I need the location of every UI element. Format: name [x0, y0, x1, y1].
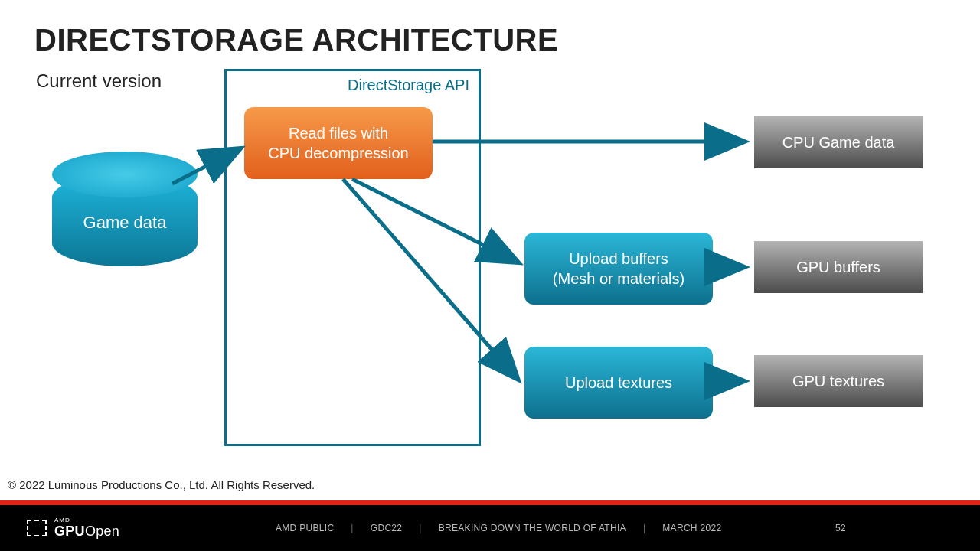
slide-title: DIRECTSTORAGE ARCHITECTURE — [34, 23, 558, 57]
gpuopen-logo: AMD GPUOpen — [27, 517, 119, 540]
upload-buffers-block: Upload buffers (Mesh or materials) — [524, 233, 713, 305]
gpu-textures-block: GPU textures — [754, 355, 923, 407]
cpu-game-data-label: CPU Game data — [782, 132, 895, 152]
read-files-block: Read files with CPU decompression — [244, 107, 433, 179]
footer-meta: AMD PUBLIC | GDC22 | BREAKING DOWN THE W… — [276, 505, 980, 551]
slide-subtitle: Current version — [36, 70, 162, 92]
read-files-line2: CPU decompression — [268, 143, 408, 163]
footer-sep: | — [643, 523, 645, 533]
footer-event: GDC22 — [371, 523, 403, 533]
brand-gpu: GPU — [54, 523, 85, 539]
gpu-textures-label: GPU textures — [792, 371, 884, 391]
copyright: © 2022 Luminous Productions Co., Ltd. Al… — [8, 478, 315, 491]
footer-date: MARCH 2022 — [662, 523, 721, 533]
brand-open: Open — [85, 523, 119, 539]
upload-buffers-line1: Upload buffers — [569, 249, 668, 269]
footer-classification: AMD PUBLIC — [276, 523, 334, 533]
cpu-game-data-block: CPU Game data — [754, 116, 923, 168]
footer-sep: | — [419, 523, 421, 533]
upload-buffers-line2: (Mesh or materials) — [553, 269, 684, 289]
chip-icon — [27, 520, 47, 536]
upload-textures-block: Upload textures — [524, 347, 713, 419]
game-data-cylinder: Game data — [52, 152, 198, 289]
cylinder-top — [52, 152, 198, 197]
footer-talk: BREAKING DOWN THE WORLD OF ATHIA — [439, 523, 626, 533]
page-number: 52 — [835, 505, 846, 551]
read-files-line1: Read files with — [289, 123, 388, 143]
footer-sep: | — [351, 523, 353, 533]
footer: AMD GPUOpen AMD PUBLIC | GDC22 | BREAKIN… — [0, 505, 980, 551]
api-label: DirectStorage API — [224, 77, 469, 94]
brand-amd: AMD — [54, 517, 119, 523]
gpu-buffers-label: GPU buffers — [796, 257, 880, 277]
gpu-buffers-block: GPU buffers — [754, 241, 923, 293]
cylinder-label: Game data — [52, 213, 198, 233]
upload-textures-label: Upload textures — [565, 373, 672, 393]
